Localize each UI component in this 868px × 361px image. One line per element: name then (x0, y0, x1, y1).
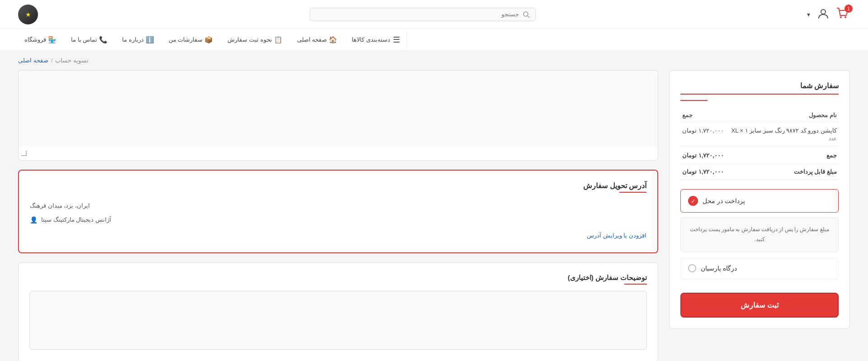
svg-point-1 (844, 16, 846, 18)
nav-store-label: فروشگاه (24, 36, 46, 43)
nav-order-guide-label: نحوه ثبت سفارش (227, 36, 272, 43)
order-guide-icon: 📋 (274, 36, 283, 44)
nav-home-label: صفحه اصلی (297, 36, 327, 43)
address-content: ایران، یزد، میدان فرهنگ آژانس دیجیتال ما… (30, 200, 646, 242)
svg-point-2 (821, 10, 826, 14)
search-icon (523, 11, 530, 18)
payment-section: پرداخت در محل ✓ مبلغ سفارش را پس از دریا… (680, 189, 839, 279)
order-table: نام محصول جمع کاپشن دورو کد ۹۸۷۲ رنگ سبز… (680, 108, 839, 180)
breadcrumb: تسویه حساب / صفحه اصلی (0, 51, 868, 70)
breadcrumb-home[interactable]: صفحه اصلی (18, 57, 48, 64)
home-icon: 🏠 (329, 36, 337, 44)
nav-categories[interactable]: ☰ دسته‌بندی کالاها (345, 31, 407, 48)
order-panel-title: سفارش شما (680, 81, 839, 95)
header-right: ★ (18, 5, 38, 24)
search-input[interactable] (316, 11, 519, 18)
add-edit-address-link[interactable]: افزودن یا ویرایش آدرس (30, 230, 646, 242)
breadcrumb-current: تسویه حساب (55, 57, 89, 64)
person-icon: 👤 (30, 214, 38, 226)
check-icon: ✓ (688, 196, 698, 206)
col-product-header: نام محصول (726, 108, 839, 123)
breadcrumb-separator: / (51, 57, 53, 64)
sidebar-item-order-guide[interactable]: 📋 نحوه ثبت سفارش (221, 32, 288, 48)
sidebar-item-about[interactable]: ℹ️ درباره ما (116, 32, 160, 48)
nav-my-orders-label: سفارشات من (169, 36, 203, 43)
sum-value: ۱,۷۲۰,۰۰۰ تومان (680, 147, 726, 164)
notes-title-underline (624, 284, 647, 285)
address-line2-row: آژانس دیجیتال مارکتینگ سپتا 👤 (30, 214, 646, 226)
payment-parsian-label: درگاه پارسیان (701, 265, 737, 272)
payment-cod-label: پرداخت در محل (703, 197, 745, 204)
header: 1 ▾ ★ (0, 0, 868, 29)
col-total-header: جمع (680, 108, 726, 123)
order-notes-textarea[interactable] (29, 291, 647, 350)
svg-line-4 (528, 16, 529, 18)
table-row: کاپشن دورو کد ۹۸۷۲ رنگ سبز سایز XL × ۱ ع… (680, 123, 839, 147)
sidebar-item-store[interactable]: 🏪 فروشگاه (18, 32, 63, 48)
address-line1-row: ایران، یزد، میدان فرهنگ (30, 200, 646, 212)
header-left: 1 ▾ (807, 7, 850, 21)
main-content: سفارش شما نام محصول جمع کاپشن دورو کد ۹۸… (0, 70, 868, 361)
search-bar (310, 8, 536, 21)
svg-point-0 (840, 16, 842, 18)
cart-badge: 1 (844, 5, 853, 13)
nav-about-label: درباره ما (122, 36, 144, 43)
notes-area-top (18, 70, 658, 161)
sidebar-item-home[interactable]: 🏠 صفحه اصلی (291, 32, 344, 48)
categories-label: دسته‌بندی کالاها (352, 36, 390, 43)
product-name: کاپشن دورو کد ۹۸۷۲ رنگ سبز سایز XL × ۱ ع… (726, 123, 839, 147)
qty-label: عدد (728, 135, 837, 142)
product-price: ۱,۷۲۰,۰۰۰ تومان (680, 123, 726, 147)
payable-value: ۱,۷۲۰,۰۰۰ تومان (680, 164, 726, 180)
address-card: آدرس تحویل سفارش ایران، یزد، میدان فرهنگ… (18, 170, 658, 253)
order-panel: سفارش شما نام محصول جمع کاپشن دورو کد ۹۸… (669, 70, 850, 329)
payment-cod-option[interactable]: پرداخت در محل ✓ (680, 189, 839, 213)
textarea-resize-handle[interactable] (21, 151, 27, 156)
notes-card-title: توضیحات سفارش (اختیاری) (568, 274, 647, 281)
sidebar-item-my-orders[interactable]: 📦 سفارشات من (162, 32, 220, 48)
payment-parsian-option[interactable]: درگاه پارسیان (680, 257, 839, 279)
address-line2: آژانس دیجیتال مارکتینگ سپتا (41, 214, 111, 226)
contact-icon: 📞 (99, 36, 108, 44)
payable-row: مبلغ قابل پرداخت ۱,۷۲۰,۰۰۰ تومان (680, 164, 839, 180)
cart-icon[interactable]: 1 (836, 7, 850, 21)
avatar: ★ (18, 5, 38, 24)
sidebar-item-contact[interactable]: 📞 تماس با ما (65, 32, 114, 48)
about-icon: ℹ️ (146, 36, 154, 44)
nav-contact-label: تماس با ما (71, 36, 97, 43)
radio-circle (688, 264, 696, 272)
order-title-underline (680, 100, 708, 101)
right-panels: آدرس تحویل سفارش ایران، یزد، میدان فرهنگ… (18, 70, 658, 361)
my-orders-icon: 📦 (204, 36, 213, 44)
notes-card: توضیحات سفارش (اختیاری) (18, 262, 658, 361)
navbar: ☰ دسته‌بندی کالاها 🏠 صفحه اصلی 📋 نحوه ثب… (0, 29, 868, 51)
address-line1: ایران، یزد، میدان فرهنگ (30, 200, 90, 212)
sum-label: جمع (726, 147, 839, 164)
store-icon: 🏪 (48, 36, 57, 44)
address-card-title: آدرس تحویل سفارش (583, 182, 646, 193)
user-icon[interactable] (817, 8, 829, 21)
dropdown-arrow-icon[interactable]: ▾ (807, 11, 810, 18)
register-order-button[interactable]: ثبت سفارش (680, 293, 839, 318)
payable-label: مبلغ قابل پرداخت (726, 164, 839, 180)
sum-row: جمع ۱,۷۲۰,۰۰۰ تومان (680, 147, 839, 164)
hamburger-icon: ☰ (393, 35, 400, 45)
payment-cod-note: مبلغ سفارش را پس از دریافت سفارش به مامو… (680, 217, 839, 252)
